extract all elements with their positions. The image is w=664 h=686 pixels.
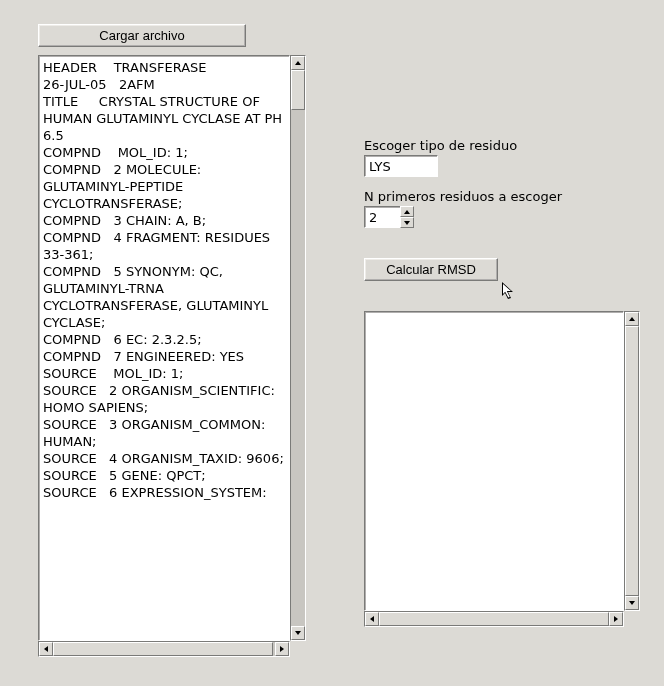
result-panel — [364, 311, 640, 627]
arrow-left-icon — [370, 616, 374, 622]
file-horizontal-scrollbar[interactable] — [38, 641, 290, 657]
scroll-thumb-horizontal[interactable] — [379, 612, 609, 626]
result-horizontal-scrollbar[interactable] — [364, 611, 624, 627]
scroll-track-vertical[interactable] — [625, 326, 639, 596]
arrow-down-icon — [404, 221, 410, 225]
scroll-left-button[interactable] — [39, 642, 53, 656]
residue-type-input[interactable] — [364, 155, 438, 177]
file-content-textarea[interactable]: HEADER TRANSFERASE 26-JUL-05 2AFM TITLE … — [38, 55, 290, 641]
scroll-thumb-horizontal[interactable] — [53, 642, 273, 656]
file-content-panel: HEADER TRANSFERASE 26-JUL-05 2AFM TITLE … — [38, 55, 306, 657]
residue-type-label: Escoger tipo de residuo — [364, 138, 640, 153]
scroll-up-button[interactable] — [625, 312, 639, 326]
scroll-up-button[interactable] — [291, 56, 305, 70]
spinner-up-button[interactable] — [400, 206, 414, 217]
arrow-down-icon — [629, 601, 635, 605]
arrow-up-icon — [629, 317, 635, 321]
scroll-down-button[interactable] — [625, 596, 639, 610]
arrow-right-icon — [280, 646, 284, 652]
result-vertical-scrollbar[interactable] — [624, 311, 640, 611]
scroll-thumb-vertical[interactable] — [625, 326, 639, 596]
scroll-track-horizontal[interactable] — [379, 612, 609, 626]
n-first-input[interactable] — [364, 206, 400, 228]
arrow-left-icon — [44, 646, 48, 652]
scroll-corner — [290, 641, 306, 657]
scroll-left-button[interactable] — [365, 612, 379, 626]
scroll-right-button[interactable] — [609, 612, 623, 626]
arrow-down-icon — [295, 631, 301, 635]
arrow-up-icon — [295, 61, 301, 65]
scroll-corner — [624, 611, 640, 627]
n-first-spinner[interactable] — [364, 206, 640, 228]
scroll-track-vertical[interactable] — [291, 70, 305, 626]
scroll-right-button[interactable] — [275, 642, 289, 656]
spinner-down-button[interactable] — [400, 217, 414, 228]
scroll-down-button[interactable] — [291, 626, 305, 640]
calculate-rmsd-button[interactable]: Calcular RMSD — [364, 258, 498, 281]
scroll-thumb-vertical[interactable] — [291, 70, 305, 110]
scroll-track-horizontal[interactable] — [53, 642, 275, 656]
arrow-right-icon — [614, 616, 618, 622]
arrow-up-icon — [404, 210, 410, 214]
load-file-button[interactable]: Cargar archivo — [38, 24, 246, 47]
file-vertical-scrollbar[interactable] — [290, 55, 306, 641]
result-textarea[interactable] — [364, 311, 624, 611]
n-first-label: N primeros residuos a escoger — [364, 189, 640, 204]
